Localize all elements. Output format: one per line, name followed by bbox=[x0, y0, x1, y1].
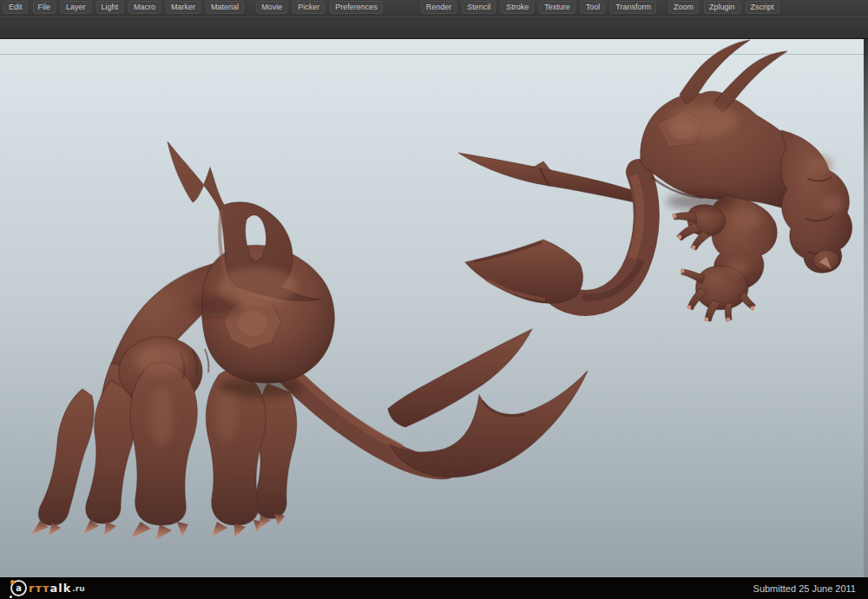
creature-side-view[interactable] bbox=[31, 142, 588, 540]
footer-bar: a rттalk.ru Submitted 25 June 2011 bbox=[0, 577, 868, 599]
menu-bar: Edit File Layer Light Macro Marker Mater… bbox=[0, 0, 868, 16]
menu-item-macro[interactable]: Macro bbox=[128, 1, 161, 14]
toolbar-strip bbox=[0, 16, 868, 39]
sculpt-viewport[interactable] bbox=[0, 0, 868, 599]
leg-back-far[interactable] bbox=[39, 389, 95, 525]
arttalk-logo: a rттalk.ru bbox=[10, 580, 85, 596]
menu-item-edit[interactable]: Edit bbox=[3, 1, 28, 14]
menu-item-transform[interactable]: Transform bbox=[610, 1, 656, 14]
head-facet-core bbox=[238, 310, 267, 336]
menu-item-tool[interactable]: Tool bbox=[581, 1, 606, 14]
logo-letter-a: a bbox=[16, 584, 22, 593]
menu-item-marker[interactable]: Marker bbox=[166, 1, 201, 14]
logo-suffix: .ru bbox=[72, 584, 84, 593]
menu-item-render[interactable]: Render bbox=[421, 1, 457, 14]
creature-top-view[interactable] bbox=[458, 40, 852, 321]
menu-item-material[interactable]: Material bbox=[206, 1, 244, 14]
menu-item-preferences[interactable]: Preferences bbox=[330, 1, 383, 14]
menu-item-zplugin[interactable]: Zplugin bbox=[704, 1, 740, 14]
menu-item-zscript[interactable]: Zscript bbox=[746, 1, 779, 14]
menu-item-layer[interactable]: Layer bbox=[61, 1, 91, 14]
tail-tube-right-highlight bbox=[632, 175, 640, 258]
logo-white-dot bbox=[10, 596, 12, 598]
menu-item-stroke[interactable]: Stroke bbox=[501, 1, 534, 14]
menu-item-file[interactable]: File bbox=[33, 1, 56, 14]
menu-item-texture[interactable]: Texture bbox=[539, 1, 575, 14]
tail-blade-right[interactable] bbox=[458, 153, 635, 202]
menu-item-movie[interactable]: Movie bbox=[256, 1, 287, 14]
logo-orange-dot bbox=[10, 580, 15, 584]
logo-circle-a: a bbox=[10, 580, 27, 596]
menu-item-zoom[interactable]: Zoom bbox=[668, 1, 699, 14]
logo-letters-orange: rтт bbox=[29, 582, 49, 595]
submitted-date: Submitted 25 June 2011 bbox=[753, 583, 856, 594]
logo-letters-white: alk bbox=[49, 582, 71, 595]
tail-spike-left[interactable] bbox=[388, 329, 532, 427]
menu-item-picker[interactable]: Picker bbox=[293, 1, 325, 14]
tail-crescent-left[interactable] bbox=[390, 371, 588, 477]
menu-item-light[interactable]: Light bbox=[96, 1, 124, 14]
menu-item-stencil[interactable]: Stencil bbox=[462, 1, 496, 14]
horn-right[interactable] bbox=[714, 51, 787, 112]
